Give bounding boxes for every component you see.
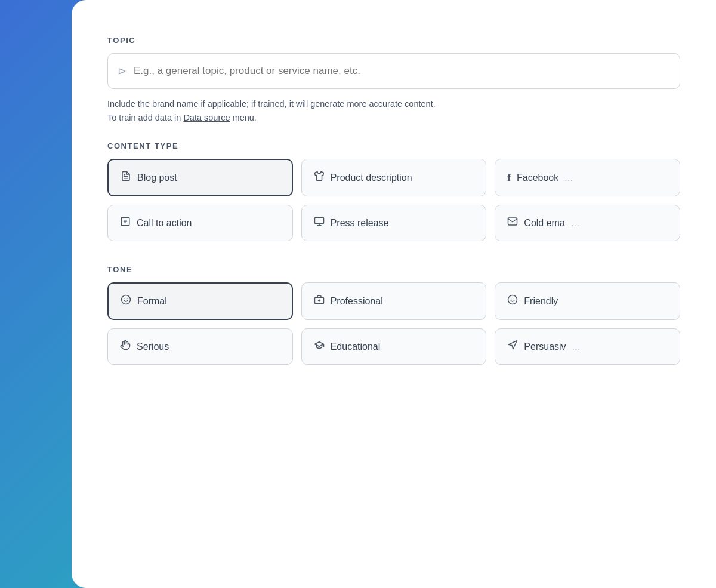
- content-type-cold-email[interactable]: Cold ema …: [495, 205, 680, 241]
- call-to-action-label: Call to action: [137, 218, 192, 229]
- formal-icon: [121, 294, 131, 308]
- tone-persuasive[interactable]: Persuasiv …: [495, 328, 680, 365]
- topic-arrow-icon: ⊳: [118, 66, 126, 76]
- content-type-facebook[interactable]: f Facebook …: [495, 159, 680, 196]
- svg-point-15: [508, 295, 517, 304]
- product-description-label: Product description: [331, 173, 412, 183]
- topic-label: TOPIC: [107, 36, 680, 45]
- tone-friendly[interactable]: Friendly: [495, 282, 680, 320]
- professional-icon: [314, 294, 325, 308]
- data-source-link[interactable]: Data source: [183, 113, 230, 122]
- topic-section: TOPIC ⊳ Include the brand name if applic…: [107, 36, 680, 125]
- press-release-icon: [314, 216, 325, 230]
- friendly-icon: [507, 294, 518, 308]
- blog-post-icon: [121, 171, 131, 184]
- content-type-grid: Blog post Product description f Facebook…: [107, 159, 680, 241]
- svg-point-9: [122, 295, 131, 304]
- cold-email-label: Cold ema: [524, 218, 564, 229]
- tone-educational[interactable]: Educational: [301, 328, 487, 365]
- educational-icon: [314, 340, 325, 353]
- persuasive-label: Persuasiv: [524, 341, 566, 352]
- topic-hint: Include the brand name if applicable; if…: [107, 97, 680, 125]
- tone-serious[interactable]: Serious: [107, 328, 293, 365]
- topic-input[interactable]: [134, 65, 670, 77]
- blog-post-label: Blog post: [137, 173, 177, 183]
- serious-label: Serious: [137, 341, 169, 352]
- call-to-action-icon: [120, 216, 131, 230]
- tone-label: TONE: [107, 265, 680, 274]
- friendly-label: Friendly: [524, 296, 558, 307]
- cold-email-overflow: …: [571, 218, 580, 228]
- content-type-blog-post[interactable]: Blog post: [107, 159, 293, 196]
- content-type-section: CONTENT TYPE Blog post Product descripti…: [107, 141, 680, 241]
- persuasive-overflow: …: [572, 341, 581, 352]
- facebook-icon: f: [507, 172, 511, 184]
- persuasive-icon: [507, 340, 518, 353]
- tone-professional[interactable]: Professional: [301, 282, 487, 320]
- content-type-press-release[interactable]: Press release: [301, 205, 487, 241]
- press-release-label: Press release: [331, 218, 389, 229]
- main-card: TOPIC ⊳ Include the brand name if applic…: [72, 0, 716, 588]
- serious-icon: [120, 340, 131, 353]
- tone-grid: Formal Professional Friendly Serious: [107, 282, 680, 365]
- product-description-icon: [314, 171, 325, 184]
- tone-section: TONE Formal Professional Friendly: [107, 265, 680, 365]
- cold-email-icon: [507, 216, 518, 230]
- topic-input-wrapper[interactable]: ⊳: [107, 53, 680, 89]
- content-type-product-description[interactable]: Product description: [301, 159, 487, 196]
- formal-label: Formal: [137, 296, 167, 307]
- content-type-call-to-action[interactable]: Call to action: [107, 205, 293, 241]
- svg-rect-6: [314, 218, 323, 224]
- facebook-overflow: …: [564, 173, 573, 183]
- educational-label: Educational: [331, 341, 381, 352]
- facebook-label: Facebook: [517, 173, 558, 183]
- content-type-label: CONTENT TYPE: [107, 141, 680, 150]
- tone-formal[interactable]: Formal: [107, 282, 293, 320]
- professional-label: Professional: [331, 296, 383, 307]
